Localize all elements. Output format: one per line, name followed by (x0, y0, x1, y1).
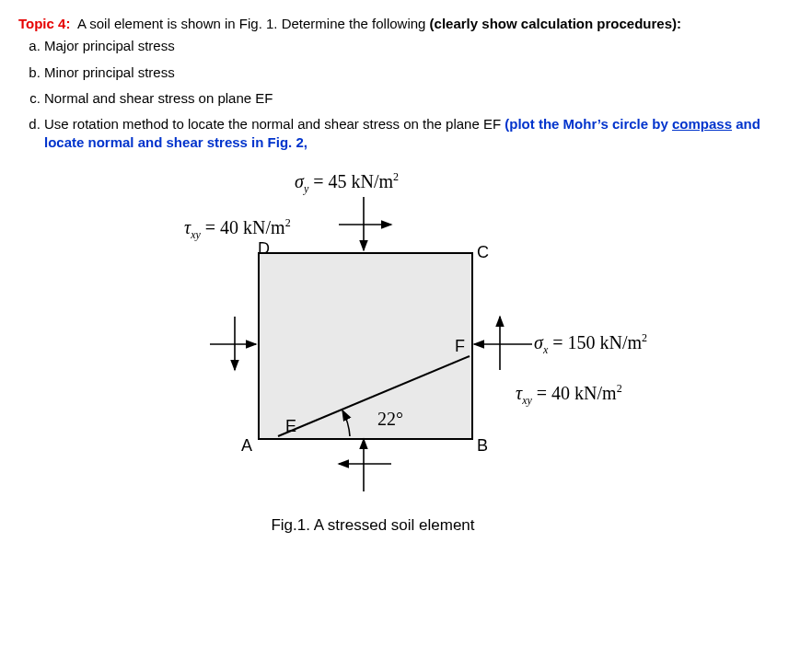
topic-bold-tail: (clearly show calculation procedures): (430, 16, 681, 31)
figure-caption: Fig.1. A stressed soil element (221, 515, 525, 537)
problem-header: Topic 4: A soil element is shown in Fig.… (18, 15, 794, 33)
figure-1: σy = 45 kN/m2 τxy = 40 kN/m2 σx = 150 kN… (74, 169, 672, 565)
angle-arc (342, 410, 350, 436)
question-list: Major principal stress Minor principal s… (44, 37, 794, 152)
item-b: Minor principal stress (44, 64, 794, 82)
arrows-svg (74, 169, 672, 519)
item-a: Major principal stress (44, 37, 794, 55)
plane-EF (278, 356, 470, 436)
topic-label: Topic 4: (18, 16, 75, 31)
item-c: Normal and shear stress on plane EF (44, 89, 794, 108)
item-d: Use rotation method to locate the normal… (44, 115, 794, 153)
topic-text: A soil element is shown in Fig. 1. Deter… (75, 16, 430, 31)
